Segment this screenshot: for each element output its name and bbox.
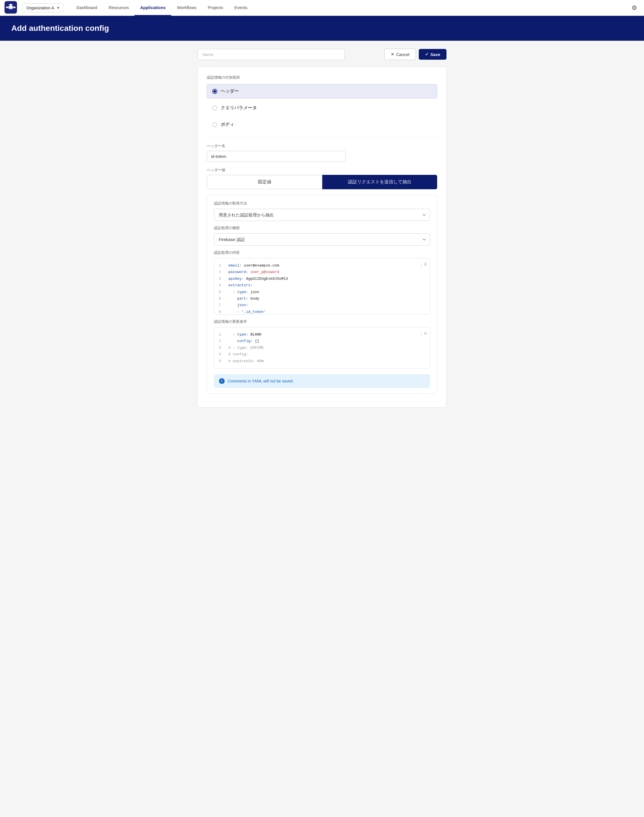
form-card: 認証情報の付加箇所 ヘッダー クエリパラメータ ボディ ヘッダー名 ヘッダー値 … bbox=[198, 67, 446, 408]
code-line-5: 5 - type: json bbox=[219, 289, 425, 295]
logo bbox=[5, 1, 19, 15]
chevron-down-icon: ▼ bbox=[56, 6, 60, 10]
cancel-label: Cancel bbox=[396, 52, 409, 57]
update-line-3: 3 # - type: EXPIRE bbox=[219, 345, 425, 351]
nav-applications[interactable]: Applications bbox=[134, 0, 171, 16]
save-label: Save bbox=[430, 52, 440, 57]
info-icon: i bbox=[219, 378, 225, 384]
radio-header-label: ヘッダー bbox=[221, 88, 239, 94]
code-line-2: 2 password: user_p@ssword bbox=[219, 269, 425, 275]
auth-location-label: 認証情報の付加箇所 bbox=[207, 75, 437, 80]
nav-resources[interactable]: Resources bbox=[103, 0, 135, 16]
update-code-copy-icon[interactable]: ⋮≡ bbox=[419, 330, 427, 336]
org-selector[interactable]: Organization A ▼ bbox=[22, 3, 64, 12]
save-check-icon: ✓ bbox=[425, 52, 429, 57]
cancel-button[interactable]: ✕ Cancel bbox=[384, 49, 416, 60]
nav-events[interactable]: Events bbox=[229, 0, 253, 16]
auth-content-code-block: ⋮≡ 1 email: user@example.com 2 password:… bbox=[214, 258, 430, 314]
page-title: Add authentication config bbox=[11, 24, 633, 33]
top-bar: ✕ Cancel ✓ Save bbox=[198, 49, 446, 60]
code-line-3: 3 apiKey: 8gpUlIEUgExk8J5oM13 bbox=[219, 276, 425, 282]
update-conditions-label: 認証情報の更新条件 bbox=[214, 319, 430, 324]
toggle-fixed-button[interactable]: 固定値 bbox=[207, 175, 322, 189]
notice-text: Comments in YAML will not be saved. bbox=[227, 379, 294, 383]
info-notice: i Comments in YAML will not be saved. bbox=[214, 374, 430, 388]
save-button[interactable]: ✓ Save bbox=[419, 49, 446, 60]
nav-dashboard[interactable]: Dashboard bbox=[71, 0, 103, 16]
code-line-6: 6 part: body bbox=[219, 295, 425, 302]
navbar: Organization A ▼ Dashboard Resources App… bbox=[0, 0, 644, 16]
code-line-4: 4 extractors: bbox=[219, 282, 425, 288]
header-name-label: ヘッダー名 bbox=[207, 143, 437, 149]
update-conditions-code-block: ⋮≡ 1 - type: BLANK 2 config: {} 3 # - ty… bbox=[214, 327, 430, 369]
radio-body[interactable]: ボディ bbox=[207, 117, 437, 132]
radio-body-circle bbox=[212, 122, 217, 127]
nav-projects[interactable]: Projects bbox=[202, 0, 228, 16]
update-line-4: 4 # config: bbox=[219, 351, 425, 357]
svg-point-2 bbox=[9, 5, 10, 6]
code-line-7: 7 json: bbox=[219, 302, 425, 308]
nav-links: Dashboard Resources Applications Workflo… bbox=[71, 0, 629, 16]
toggle-extract-button[interactable]: 認証リクエストを送信して抽出 bbox=[322, 175, 437, 189]
inner-auth-card: 認証情報の取得方法 用意された認証処理から抽出 認証処理の種類 Firebase… bbox=[207, 195, 437, 394]
radio-header-circle bbox=[212, 89, 217, 94]
radio-query[interactable]: クエリパラメータ bbox=[207, 101, 437, 115]
svg-point-4 bbox=[6, 6, 8, 8]
auth-content-label: 認証処理の内容 bbox=[214, 250, 430, 255]
code-copy-icon[interactable]: ⋮≡ bbox=[419, 261, 427, 267]
radio-query-label: クエリパラメータ bbox=[221, 105, 257, 111]
header-name-input[interactable] bbox=[207, 151, 345, 162]
svg-point-5 bbox=[13, 6, 15, 8]
header-value-label: ヘッダー値 bbox=[207, 167, 437, 173]
org-name: Organization A bbox=[26, 5, 54, 10]
auth-type-label: 認証処理の種類 bbox=[214, 225, 430, 231]
radio-body-label: ボディ bbox=[221, 122, 234, 127]
update-line-5: 5 # expiresIn: 60m bbox=[219, 358, 425, 364]
action-buttons: ✕ Cancel ✓ Save bbox=[384, 49, 446, 60]
cancel-x-icon: ✕ bbox=[391, 52, 394, 57]
page-header: Add authentication config bbox=[0, 16, 644, 41]
nav-workflows[interactable]: Workflows bbox=[171, 0, 202, 16]
update-line-1: 1 - type: BLANK bbox=[219, 331, 425, 338]
auth-type-select[interactable]: Firebase 認証 bbox=[214, 233, 430, 245]
svg-point-3 bbox=[12, 5, 13, 6]
name-input[interactable] bbox=[198, 49, 345, 60]
radio-query-circle bbox=[212, 106, 217, 110]
radio-header[interactable]: ヘッダー bbox=[207, 84, 437, 98]
update-line-2: 2 config: {} bbox=[219, 338, 425, 344]
main-content: ✕ Cancel ✓ Save 認証情報の付加箇所 ヘッダー クエリパラメータ bbox=[186, 41, 458, 415]
header-value-toggle: 固定値 認証リクエストを送信して抽出 bbox=[207, 175, 437, 189]
code-line-1: 1 email: user@example.com bbox=[219, 262, 425, 269]
acquisition-label: 認証情報の取得方法 bbox=[214, 201, 430, 206]
code-line-8: 8 - '.id_token' bbox=[219, 309, 425, 314]
acquisition-select[interactable]: 用意された認証処理から抽出 bbox=[214, 209, 430, 221]
settings-icon[interactable]: ⚙ bbox=[629, 2, 639, 14]
